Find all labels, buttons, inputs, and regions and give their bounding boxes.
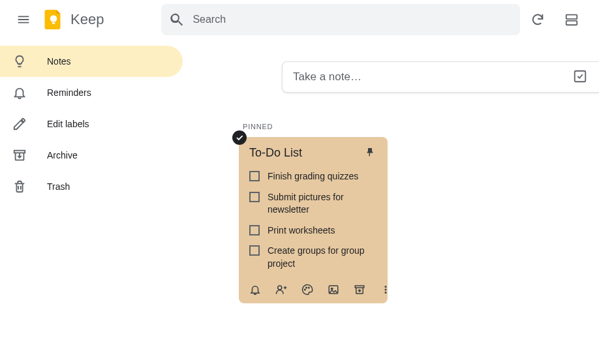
- select-note-badge[interactable]: [232, 130, 247, 145]
- checklist-item-label: Create groups for group project: [268, 245, 377, 270]
- checklist-item[interactable]: Print worksheets: [249, 224, 377, 237]
- sidebar-item-notes[interactable]: Notes: [0, 46, 183, 77]
- pin-icon[interactable]: [364, 146, 377, 159]
- sidebar-item-label: Trash: [47, 181, 70, 192]
- note-toolbar: [249, 284, 377, 297]
- keep-logo-icon: [42, 8, 65, 31]
- note-header: To-Do List: [249, 146, 377, 160]
- search-bar[interactable]: [161, 4, 520, 35]
- header-right: [523, 5, 591, 34]
- sidebar-item-label: Edit labels: [47, 119, 89, 129]
- checklist-item[interactable]: Create groups for group project: [249, 245, 377, 270]
- bell-icon: [12, 85, 27, 100]
- menu-icon[interactable]: [8, 4, 39, 35]
- archive-icon: [12, 147, 27, 163]
- pinned-section-label: PINNED: [243, 123, 273, 130]
- view-toggle-button[interactable]: [557, 5, 586, 34]
- sidebar-item-trash[interactable]: Trash: [0, 171, 183, 202]
- sidebar-item-label: Reminders: [47, 87, 91, 98]
- checkbox-icon[interactable]: [249, 245, 260, 256]
- svg-rect-3: [566, 20, 577, 24]
- checkbox-icon[interactable]: [249, 225, 260, 235]
- svg-point-7: [305, 289, 306, 290]
- svg-point-13: [385, 286, 387, 288]
- checklist-item[interactable]: Finish grading quizzes: [249, 170, 377, 183]
- sidebar: Notes Reminders Edit labels Archive Tras…: [0, 40, 183, 202]
- sidebar-item-edit-labels[interactable]: Edit labels: [0, 108, 183, 140]
- checklist-item-label: Submit pictures for newsletter: [268, 191, 377, 217]
- svg-rect-5: [575, 71, 586, 82]
- note-title: To-Do List: [249, 146, 302, 160]
- checklist-item[interactable]: Submit pictures for newsletter: [249, 191, 377, 217]
- collaborator-button[interactable]: [275, 284, 287, 296]
- svg-rect-2: [566, 14, 577, 18]
- svg-point-8: [306, 287, 307, 288]
- sidebar-item-label: Archive: [47, 150, 78, 160]
- sidebar-item-archive[interactable]: Archive: [0, 140, 183, 171]
- main: Take a note… PINNED To-Do List Finish gr…: [183, 40, 599, 364]
- svg-point-15: [385, 292, 387, 294]
- sidebar-item-reminders[interactable]: Reminders: [0, 77, 183, 108]
- note-card[interactable]: To-Do List Finish grading quizzes Submit…: [239, 137, 388, 303]
- take-note-placeholder: Take a note…: [293, 70, 573, 83]
- search-icon: [169, 12, 185, 27]
- take-note-input[interactable]: Take a note…: [282, 61, 599, 93]
- pencil-icon: [12, 116, 27, 132]
- svg-point-11: [331, 288, 333, 289]
- palette-button[interactable]: [301, 284, 313, 296]
- lightbulb-icon: [12, 53, 27, 69]
- refresh-button[interactable]: [523, 5, 552, 34]
- archive-button[interactable]: [354, 284, 365, 296]
- svg-point-9: [309, 287, 310, 288]
- header: Keep: [0, 0, 599, 39]
- trash-icon: [12, 179, 27, 194]
- checkbox-icon[interactable]: [249, 171, 260, 181]
- svg-point-14: [385, 288, 387, 290]
- checklist-item-label: Finish grading quizzes: [268, 170, 358, 183]
- checklist-item-label: Print worksheets: [268, 224, 335, 237]
- new-list-button[interactable]: [573, 69, 589, 85]
- app-title: Keep: [70, 11, 104, 28]
- svg-rect-12: [355, 286, 364, 288]
- checkbox-icon[interactable]: [249, 192, 260, 202]
- logo-area: Keep: [42, 8, 104, 31]
- checklist: Finish grading quizzes Submit pictures f…: [249, 170, 377, 271]
- svg-rect-4: [14, 151, 25, 153]
- sidebar-item-label: Notes: [47, 56, 71, 67]
- more-button[interactable]: [380, 284, 392, 296]
- remind-me-button[interactable]: [249, 284, 261, 296]
- svg-point-0: [50, 15, 57, 22]
- image-button[interactable]: [328, 284, 339, 296]
- svg-point-6: [278, 286, 282, 290]
- search-input[interactable]: [192, 14, 512, 25]
- svg-rect-1: [52, 22, 55, 23]
